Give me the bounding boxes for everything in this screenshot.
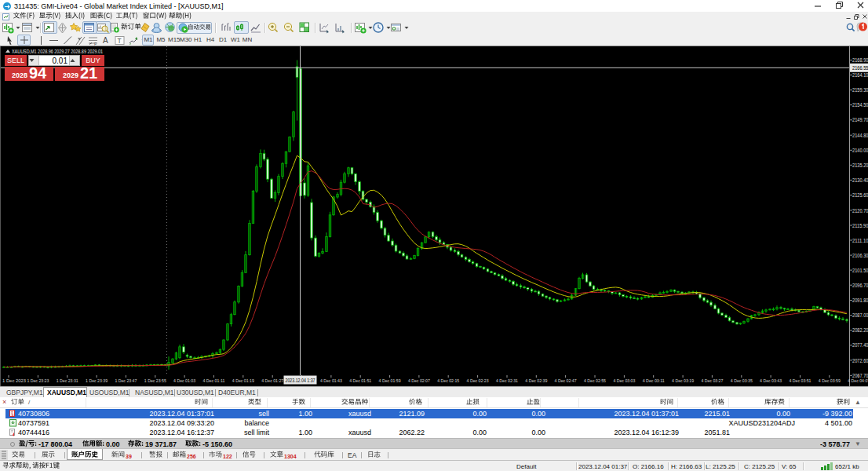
svg-text:2144.80: 2144.80 [852, 133, 868, 138]
svg-text:4 Dec 03:51: 4 Dec 03:51 [790, 378, 811, 383]
svg-text:2125.60: 2125.60 [852, 192, 868, 198]
svg-text:2149.70: 2149.70 [852, 117, 868, 122]
svg-text:4 Dec 03:11: 4 Dec 03:11 [643, 378, 665, 383]
svg-text:2101.50: 2101.50 [852, 268, 868, 273]
svg-text:A: A [103, 36, 108, 45]
svg-text:4 Dec 04:07: 4 Dec 04:07 [848, 378, 868, 383]
svg-text:1 Dec 23:55: 1 Dec 23:55 [144, 378, 166, 383]
svg-text:4 Dec 03:43: 4 Dec 03:43 [760, 378, 782, 383]
svg-text:4 Dec 02:07: 4 Dec 02:07 [408, 378, 430, 383]
svg-text:4 Dec 02:15: 4 Dec 02:15 [437, 378, 459, 383]
svg-text:4 Dec 03:19: 4 Dec 03:19 [672, 378, 694, 383]
svg-text:2120.70: 2120.70 [852, 208, 868, 214]
svg-text:4 Dec 01:27: 4 Dec 01:27 [261, 378, 283, 383]
svg-text:2077.40: 2077.40 [852, 342, 868, 348]
svg-text:4 Dec 01:51: 4 Dec 01:51 [349, 378, 371, 383]
svg-text:2166.55: 2166.55 [852, 65, 868, 71]
svg-text:T: T [118, 37, 122, 45]
svg-text:2106.30: 2106.30 [852, 253, 868, 258]
svg-text:4 Dec 01:43: 4 Dec 01:43 [320, 378, 342, 383]
svg-text:4 Dec 01:59: 4 Dec 01:59 [379, 378, 401, 383]
svg-text:2159.30: 2159.30 [852, 87, 868, 93]
svg-text:4 Dec 01:19: 4 Dec 01:19 [232, 378, 254, 383]
svg-text:4 Dec 02:23: 4 Dec 02:23 [467, 378, 489, 383]
svg-text:4 Dec 02:47: 4 Dec 02:47 [555, 378, 577, 383]
svg-text:2130.40: 2130.40 [852, 177, 868, 183]
svg-text:4 Dec 03:59: 4 Dec 03:59 [819, 378, 841, 383]
svg-text:2091.80: 2091.80 [852, 298, 868, 303]
svg-text:4 Dec 01:11: 4 Dec 01:11 [202, 378, 224, 383]
svg-text:2087.00: 2087.00 [852, 312, 868, 318]
svg-text:4 Dec 02:55: 4 Dec 02:55 [584, 378, 606, 383]
svg-text:2135.20: 2135.20 [852, 162, 868, 168]
svg-text:1 Dec 2023: 1 Dec 2023 [2, 378, 27, 383]
svg-text:2168.90: 2168.90 [852, 57, 868, 63]
svg-text:1 Dec 23:47: 1 Dec 23:47 [115, 378, 137, 383]
svg-text:2140.00: 2140.00 [852, 148, 868, 153]
svg-text:1 Dec 23:23: 1 Dec 23:23 [27, 378, 49, 383]
svg-text:4 Dec 02:31: 4 Dec 02:31 [496, 378, 518, 383]
svg-text:2072.60: 2072.60 [852, 358, 868, 363]
svg-text:4 Dec 03:35: 4 Dec 03:35 [731, 378, 753, 383]
svg-text:4 Dec 03:03: 4 Dec 03:03 [613, 378, 635, 383]
svg-text:2115.90: 2115.90 [852, 223, 868, 228]
svg-text:F: F [94, 42, 97, 46]
svg-text:2082.20: 2082.20 [852, 327, 868, 333]
svg-text:2164.10: 2164.10 [852, 72, 868, 78]
svg-text:1 Dec 23:39: 1 Dec 23:39 [86, 378, 108, 383]
svg-text:2023.12.04 1:37: 2023.12.04 1:37 [286, 378, 315, 383]
svg-text:4 Dec 02:39: 4 Dec 02:39 [525, 378, 547, 383]
svg-text:2154.50: 2154.50 [852, 102, 868, 108]
svg-text:2096.70: 2096.70 [852, 283, 868, 288]
svg-text:1 Dec 23:31: 1 Dec 23:31 [57, 378, 78, 383]
svg-text:4 Dec 01:03: 4 Dec 01:03 [173, 378, 195, 383]
svg-text:XAUUSD,M1 2028.96 2029.27 202: XAUUSD,M1 2028.96 2029.27 2028.89 2029.0… [12, 48, 103, 55]
svg-text:2111.10: 2111.10 [852, 238, 868, 243]
svg-text:4 Dec 03:27: 4 Dec 03:27 [701, 378, 723, 383]
